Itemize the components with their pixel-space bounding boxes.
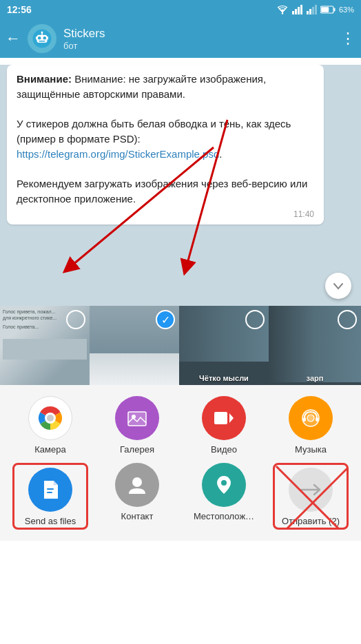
media-item-1[interactable]: Голос привета, пожал... для конкретного … <box>0 306 90 385</box>
scroll-down-button[interactable] <box>325 273 351 299</box>
location-icon-circle <box>202 463 246 507</box>
app-item-video[interactable]: Видео <box>186 396 262 455</box>
send-icon <box>299 478 322 501</box>
msg-part2: У стикеров должна быть белая обводка и т… <box>17 118 291 160</box>
app-item-files[interactable]: Send as files <box>12 463 88 530</box>
chat-area: Внимание: Внимание: не загружайте изобра… <box>0 65 361 306</box>
top-bar: ← Stickers бот ⋮ <box>0 19 361 58</box>
svg-rect-8 <box>315 5 317 14</box>
app-item-gallery[interactable]: Галерея <box>99 396 175 455</box>
media-item-3[interactable]: Чётко мысли <box>179 306 269 385</box>
location-label: Местополож… <box>194 511 254 521</box>
chevron-down-icon <box>332 280 344 292</box>
media-check-2[interactable]: ✓ <box>156 310 175 329</box>
contact-label: Контакт <box>121 511 154 521</box>
gallery-icon <box>125 406 149 430</box>
battery-pct: 63% <box>339 6 354 14</box>
media-label-3: Чётко мысли <box>179 374 269 382</box>
psd-link[interactable]: https://telegram.org/img/StickerExample.… <box>17 148 219 160</box>
message-bubble: Внимание: Внимание: не загружайте изобра… <box>7 65 324 225</box>
media-gallery-strip: Голос привета, пожал... для конкретного … <box>0 306 361 385</box>
files-label: Send as files <box>25 516 76 526</box>
gallery-label: Галерея <box>120 444 154 455</box>
app-item-send[interactable]: Отправить (2) <box>273 463 349 530</box>
svg-rect-3 <box>298 7 300 14</box>
svg-point-0 <box>282 12 284 14</box>
avatar <box>28 24 56 53</box>
video-label: Видео <box>211 444 237 455</box>
chat-subtitle: бот <box>63 41 333 51</box>
svg-marker-31 <box>229 413 234 423</box>
svg-rect-4 <box>300 5 302 14</box>
svg-point-26 <box>47 415 54 422</box>
bot-avatar-icon <box>32 28 52 49</box>
send-icon-circle <box>289 468 333 512</box>
svg-rect-16 <box>39 41 45 42</box>
contact-icon <box>125 473 149 497</box>
media-check-4[interactable] <box>338 310 357 329</box>
crossed-out-x <box>275 465 347 528</box>
svg-line-40 <box>276 466 347 528</box>
svg-rect-19 <box>36 37 37 40</box>
app-row-2: Send as files Контакт Местополож… <box>0 459 361 534</box>
camera-icon <box>36 404 65 433</box>
music-label: Музыка <box>295 444 327 455</box>
svg-rect-37 <box>47 492 52 493</box>
app-grid: Камера Галерея Видео <box>0 385 361 541</box>
svg-point-14 <box>38 37 41 40</box>
svg-point-15 <box>43 37 47 40</box>
svg-rect-7 <box>312 7 314 14</box>
status-icons: 63% <box>277 5 354 14</box>
svg-rect-6 <box>309 9 311 14</box>
video-icon <box>212 406 236 430</box>
message-text: Внимание: Внимание: не загружайте изобра… <box>17 72 314 207</box>
svg-rect-20 <box>47 37 48 40</box>
svg-rect-34 <box>303 417 306 422</box>
svg-rect-10 <box>333 8 335 12</box>
status-time: 12:56 <box>7 4 32 15</box>
gallery-icon-circle <box>115 396 159 440</box>
location-icon <box>212 473 236 497</box>
media-item-4[interactable]: зарп <box>269 306 361 385</box>
contact-icon-circle <box>115 463 159 507</box>
signal-icon <box>291 5 302 14</box>
signal2-icon <box>306 5 317 14</box>
svg-rect-11 <box>321 7 329 12</box>
back-button[interactable]: ← <box>6 30 21 48</box>
battery-icon <box>320 6 336 14</box>
warning-bold: Внимание: <box>17 73 72 85</box>
status-bar: 12:56 63% <box>0 0 361 19</box>
app-item-music[interactable]: Музыка <box>273 396 349 455</box>
svg-line-41 <box>276 466 347 528</box>
media-label-4: зарп <box>269 374 361 382</box>
chat-info: Stickers бот <box>63 27 333 51</box>
media-item-2[interactable]: ✓ <box>90 306 179 385</box>
svg-rect-2 <box>295 9 297 14</box>
video-icon-circle <box>202 396 246 440</box>
app-item-location[interactable]: Местополож… <box>186 463 262 530</box>
msg-part4: Рекомендуем загружать изображения через … <box>17 178 307 205</box>
camera-icon-circle <box>28 396 72 440</box>
svg-point-39 <box>221 480 227 486</box>
files-icon-circle <box>28 468 72 512</box>
svg-point-33 <box>307 415 314 422</box>
message-time: 11:40 <box>17 209 314 219</box>
app-item-camera[interactable]: Камера <box>12 396 88 455</box>
send-label: Отправить (2) <box>282 516 340 526</box>
music-icon <box>299 406 322 430</box>
svg-rect-36 <box>47 488 54 490</box>
more-button[interactable]: ⋮ <box>340 30 355 48</box>
media-check-3[interactable] <box>245 310 265 329</box>
media-check-1[interactable] <box>66 310 85 329</box>
svg-rect-27 <box>128 412 146 426</box>
app-item-contact[interactable]: Контакт <box>99 463 175 530</box>
wifi-icon <box>277 5 288 14</box>
chat-name: Stickers <box>63 27 333 41</box>
svg-point-38 <box>132 477 142 487</box>
app-row-1: Камера Галерея Видео <box>0 392 361 459</box>
svg-point-18 <box>41 32 43 34</box>
svg-rect-1 <box>292 11 294 14</box>
svg-rect-5 <box>307 11 309 14</box>
music-icon-circle <box>289 396 333 440</box>
files-icon <box>39 478 62 501</box>
